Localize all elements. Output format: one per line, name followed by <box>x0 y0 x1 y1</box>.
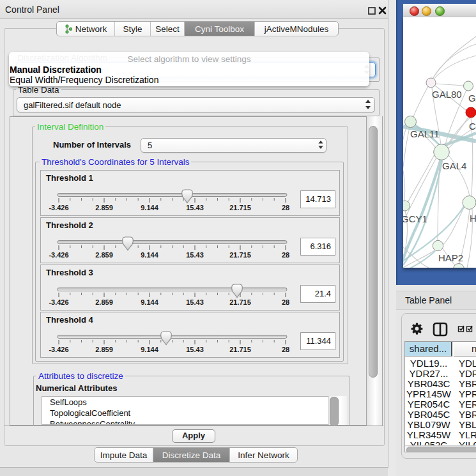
svg-text:GCY1: GCY1 <box>403 213 427 224</box>
svg-text:H: H <box>470 213 476 224</box>
svg-text:HAP2: HAP2 <box>438 252 463 263</box>
svg-text:GAL11: GAL11 <box>410 128 440 139</box>
svg-text:GAL4: GAL4 <box>442 160 466 171</box>
svg-text:C: C <box>469 121 476 132</box>
svg-text:GAL80: GAL80 <box>432 89 462 100</box>
svg-text:GA: GA <box>468 93 476 104</box>
